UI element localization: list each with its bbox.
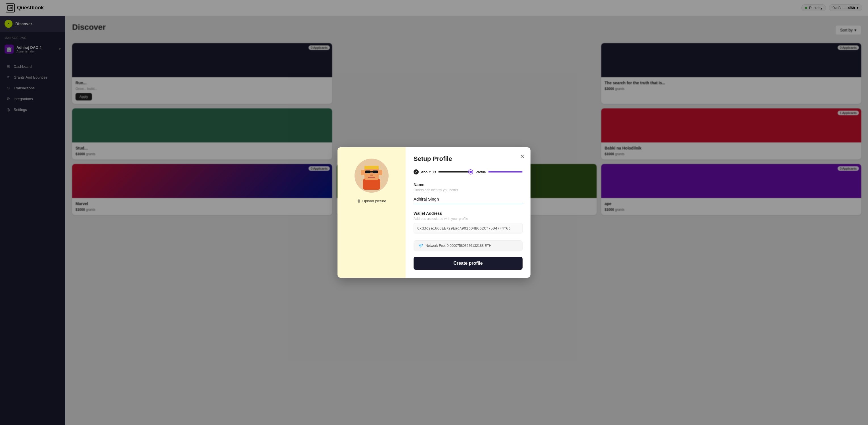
modal-right-panel: Setup Profile ✕ ✓ About Us Profile: [406, 147, 530, 278]
upload-label: Upload picture: [363, 199, 386, 203]
svg-rect-13: [365, 166, 379, 169]
step-circle-icon: [468, 169, 473, 174]
svg-rect-15: [378, 170, 382, 175]
setup-profile-modal: ⬆ Upload picture Setup Profile ✕ ✓ About…: [338, 147, 530, 278]
avatar: [354, 159, 389, 193]
name-label: Name: [413, 183, 523, 187]
avatar-container: [354, 159, 389, 193]
create-profile-button[interactable]: Create profile: [413, 257, 523, 270]
step-bar-1: [438, 171, 468, 172]
fee-icon: 💎: [418, 243, 423, 248]
modal-overlay[interactable]: ⬆ Upload picture Setup Profile ✕ ✓ About…: [0, 0, 868, 425]
upload-icon: ⬆: [357, 198, 361, 204]
svg-rect-9: [373, 170, 378, 173]
svg-rect-10: [370, 171, 373, 172]
steps-indicator: ✓ About Us Profile: [413, 169, 523, 174]
svg-rect-12: [368, 177, 375, 178]
name-form-group: Name Others can identify you better: [413, 183, 523, 204]
name-input[interactable]: [413, 194, 523, 204]
network-fee: 💎 Network Fee: 0.000075803676132188 ETH: [413, 240, 523, 251]
step-profile: Profile: [468, 169, 523, 174]
svg-rect-8: [365, 170, 370, 173]
svg-rect-11: [370, 174, 373, 176]
modal-left-panel: ⬆ Upload picture: [338, 147, 406, 278]
step-about-us: ✓ About Us: [413, 169, 468, 174]
modal-title: Setup Profile: [413, 155, 523, 163]
step-profile-label: Profile: [475, 170, 486, 174]
network-fee-label: Network Fee: 0.000075803676132188 ETH: [426, 244, 491, 248]
upload-picture-button[interactable]: ⬆ Upload picture: [357, 198, 386, 204]
step-check-icon: ✓: [413, 169, 419, 174]
name-sublabel: Others can identify you better: [413, 188, 523, 192]
wallet-label: Wallet Address: [413, 211, 523, 216]
step-about-label: About Us: [421, 170, 436, 174]
step-dot: [469, 171, 472, 173]
wallet-sublabel: Address associated with your profile: [413, 217, 523, 221]
step-bar-2: [488, 171, 523, 172]
wallet-form-group: Wallet Address Address associated with y…: [413, 211, 523, 233]
wallet-address-display: 0xd3c2e1663EE729EadA9O2cO4B662Cf75D47F4f…: [413, 223, 523, 233]
svg-rect-6: [363, 178, 380, 190]
svg-rect-14: [361, 170, 365, 175]
modal-close-button[interactable]: ✕: [520, 153, 525, 160]
